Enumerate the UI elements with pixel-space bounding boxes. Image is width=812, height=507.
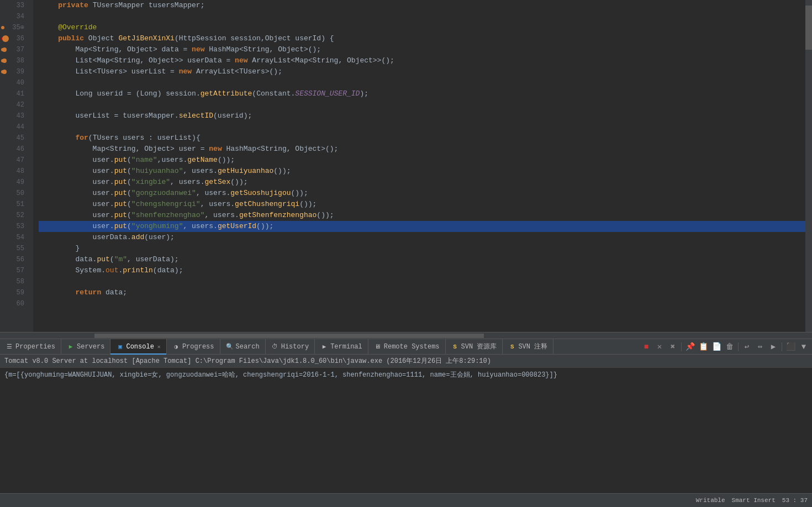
- status-insert: Smart Insert: [732, 497, 776, 504]
- code-line-48: user.put("huiyuanhao", users.getHuiyuanh…: [39, 166, 805, 177]
- code-scroll-area: 33 34 35⊕ 36 37 38 39 40 41 42 43: [0, 0, 812, 332]
- tab-terminal-label: Terminal: [330, 343, 362, 351]
- tab-history-label: History: [281, 343, 309, 351]
- status-position: 53 : 37: [782, 497, 808, 504]
- code-line-35: @Override: [39, 22, 805, 33]
- pin-button[interactable]: 📌: [684, 341, 696, 353]
- scroll-lock-button[interactable]: ↩: [741, 341, 753, 353]
- tab-search[interactable]: 🔍 Search: [220, 339, 266, 355]
- svn-repo-icon: S: [451, 343, 459, 351]
- tab-search-label: Search: [236, 343, 260, 351]
- tab-svn-repo-label: SVN 资源库: [461, 342, 497, 351]
- gutter-line-44: 44: [0, 122, 29, 133]
- gutter-line-60: 60: [0, 298, 29, 309]
- gutter-line-47: 47: [0, 155, 29, 166]
- status-writable: Writable: [696, 497, 725, 504]
- gutter-line-53: 53: [0, 221, 29, 232]
- clear-button[interactable]: 🗑: [724, 341, 736, 353]
- code-line-53: user.put("yonghuming", users.getUserId()…: [39, 221, 805, 232]
- tab-remote-systems-label: Remote Systems: [384, 343, 440, 351]
- console-header: Tomcat v8.0 Server at localhost [Apache …: [0, 355, 812, 368]
- gutter-line-57: 57: [0, 265, 29, 276]
- code-line-40: [39, 77, 805, 88]
- gutter-line-41: 41: [0, 88, 29, 99]
- open-console-button[interactable]: ▶: [767, 341, 779, 353]
- code-line-47: user.put("name",users.getName());: [39, 155, 805, 166]
- code-line-58: [39, 276, 805, 287]
- code-line-39: List<TUsers> userList = new ArrayList<TU…: [39, 66, 805, 77]
- code-line-38: List<Map<String, Object>> userData = new…: [39, 55, 805, 66]
- copy-button[interactable]: 📋: [697, 341, 709, 353]
- tab-properties[interactable]: ☰ Properties: [0, 339, 61, 355]
- code-content[interactable]: private TUsersMapper tusersMapper; @Over…: [33, 0, 805, 332]
- code-line-44: [39, 122, 805, 133]
- terminal-icon: ▶: [320, 343, 328, 351]
- code-line-49: user.put("xingbie", users.getSex());: [39, 177, 805, 188]
- horizontal-scroll-thumb[interactable]: [94, 334, 484, 338]
- console-icon: ▣: [116, 343, 124, 351]
- gutter-line-34: 34: [0, 11, 29, 22]
- close-button[interactable]: ✖: [667, 341, 679, 353]
- tab-history[interactable]: ⏱ History: [266, 339, 315, 355]
- progress-icon: ◑: [172, 343, 180, 351]
- gutter-line-54: 54: [0, 232, 29, 243]
- code-editor: 33 34 35⊕ 36 37 38 39 40 41 42 43: [0, 0, 812, 339]
- tab-bar: ☰ Properties ▶ Servers ▣ Console ✕ ◑ Pro…: [0, 339, 812, 355]
- code-line-43: userList = tusersMapper.selectID(userid)…: [39, 110, 805, 122]
- code-line-46: Map<String, Object> user = new HashMap<S…: [39, 144, 805, 155]
- gutter-line-48: 48: [0, 166, 29, 177]
- horizontal-scrollbar[interactable]: [0, 332, 812, 339]
- gutter-line-58: 58: [0, 276, 29, 287]
- tab-progress-label: Progress: [182, 343, 214, 351]
- stop-button[interactable]: ■: [640, 341, 652, 353]
- search-icon: 🔍: [226, 343, 234, 351]
- console-toolbar: ■ ✕ ✖ 📌 📋 📄 🗑 ↩ ⇔ ▶ ⬛ ▼: [640, 341, 812, 353]
- vertical-scrollbar[interactable]: [805, 0, 812, 332]
- toolbar-separator-3: [782, 342, 782, 351]
- gutter-line-36: 36: [0, 33, 29, 44]
- tab-terminal[interactable]: ▶ Terminal: [315, 339, 368, 355]
- properties-icon: ☰: [6, 343, 13, 351]
- gutter-line-56: 56: [0, 254, 29, 265]
- gutter-line-49: 49: [0, 177, 29, 188]
- gutter-line-46: 46: [0, 144, 29, 155]
- gutter-line-38: 38: [0, 55, 29, 66]
- code-line-42: [39, 99, 805, 110]
- gutter-line-43: 43: [0, 110, 29, 122]
- tab-progress[interactable]: ◑ Progress: [167, 339, 220, 355]
- code-line-59: return data;: [39, 287, 805, 298]
- gutter-line-52: 52: [0, 210, 29, 221]
- paste-button[interactable]: 📄: [710, 341, 723, 353]
- horizontal-scroll-track: [81, 334, 731, 338]
- servers-icon: ▶: [67, 343, 75, 351]
- disconnect-button[interactable]: ✕: [653, 341, 666, 353]
- code-line-51: user.put("chengshengriqi", users.getChus…: [39, 199, 805, 210]
- gutter-line-45: 45: [0, 133, 29, 144]
- tab-servers[interactable]: ▶ Servers: [61, 339, 110, 355]
- tab-svn-repo[interactable]: S SVN 资源库: [446, 339, 503, 355]
- code-line-41: Long userid = (Long) session.getAttribut…: [39, 88, 805, 99]
- line-gutter: 33 34 35⊕ 36 37 38 39 40 41 42 43: [0, 0, 33, 332]
- gutter-line-35: 35⊕: [0, 22, 29, 33]
- maximize-button[interactable]: ⬛: [784, 341, 797, 353]
- gutter-line-37: 37: [0, 44, 29, 55]
- word-wrap-button[interactable]: ⇔: [754, 341, 766, 353]
- console-output[interactable]: {m=[{yonghuming=WANGHUIJUAN, xingbie=女, …: [0, 368, 812, 493]
- code-line-37: Map<String, Object> data = new HashMap<S…: [39, 44, 805, 55]
- gutter-line-39: 39: [0, 66, 29, 77]
- gutter-line-50: 50: [0, 188, 29, 199]
- status-bar: Writable Smart Insert 53 : 37: [0, 493, 812, 507]
- minimize-button[interactable]: ▼: [798, 341, 810, 353]
- gutter-line-42: 42: [0, 99, 29, 110]
- tab-console[interactable]: ▣ Console ✕: [110, 339, 166, 355]
- console-output-line: {m=[{yonghuming=WANGHUIJUAN, xingbie=女, …: [4, 370, 808, 380]
- console-tab-x[interactable]: ✕: [157, 344, 161, 350]
- tab-console-label: Console: [126, 343, 154, 351]
- tab-svn-note-label: SVN 注释: [518, 342, 547, 351]
- vertical-scroll-thumb[interactable]: [805, 6, 812, 50]
- code-line-52: user.put("shenfenzhenghao", users.getShe…: [39, 210, 805, 221]
- code-line-33: private TUsersMapper tusersMapper;: [39, 0, 805, 11]
- tab-svn-note[interactable]: S SVN 注释: [503, 339, 553, 355]
- tab-remote-systems[interactable]: 🖥 Remote Systems: [368, 339, 446, 355]
- code-line-54: userData.add(user);: [39, 232, 805, 243]
